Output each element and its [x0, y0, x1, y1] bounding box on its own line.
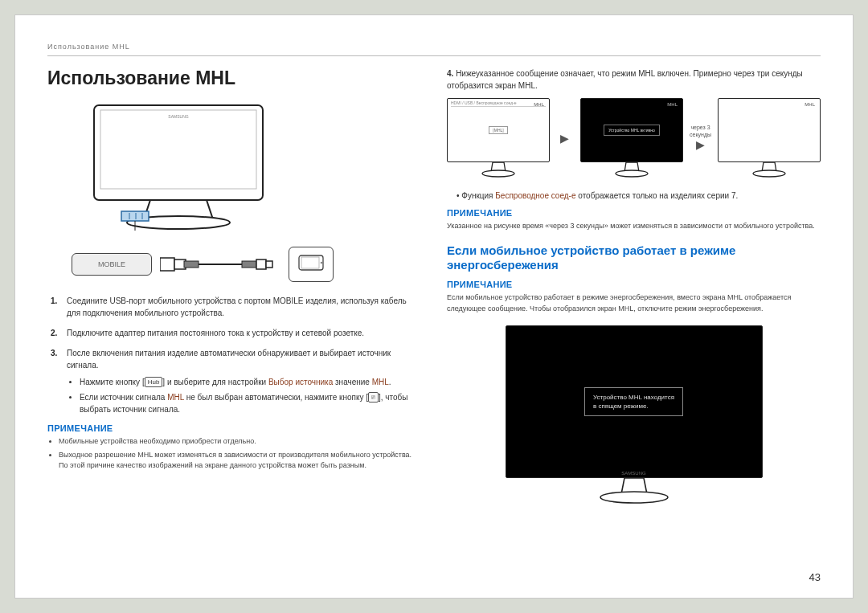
notice-body-r1: Указанное на рисунке время «через 3 секу… — [447, 221, 821, 232]
step-3-sub-1: Нажмите кнопку [Hub] и выберите для наст… — [80, 376, 421, 388]
step-4-text: Нижеуказанное сообщение означает, что ре… — [447, 69, 803, 90]
mini-screen1-pill: [MHL] — [489, 126, 507, 134]
svg-text:SAMSUNG: SAMSUNG — [168, 114, 188, 119]
right-column: 4. Нижеуказанное сообщение означает, что… — [447, 67, 821, 505]
svg-rect-9 — [160, 258, 174, 271]
notice-label-left: Примечание — [47, 423, 421, 433]
mini-stand-3 — [749, 162, 789, 178]
svg-point-20 — [616, 170, 648, 177]
arrow-right-icon: ▶ — [556, 132, 574, 145]
arrow-label: через 3 секунды — [690, 125, 711, 137]
big-screen-msg: Устройство MHL находится в спящем режиме… — [584, 387, 683, 416]
step-4: 4. Нижеуказанное сообщение означает, что… — [447, 67, 821, 92]
page-title: Использование MHL — [47, 67, 421, 89]
svg-rect-17 — [301, 257, 319, 268]
step-2: Подключите адаптер питания постоянного т… — [47, 327, 421, 339]
svg-point-21 — [753, 170, 785, 177]
svg-rect-14 — [256, 260, 266, 269]
cable-icon — [160, 251, 280, 277]
mini-screen1-topbar: HDMI / USB / Беспроводное соед-е — [451, 100, 546, 107]
arrow-gap-2: через 3 секунды ▶ — [690, 125, 711, 152]
mini-screen1-corner: MHL — [534, 102, 544, 107]
mini-screen3-corner: MHL — [805, 102, 815, 107]
mini-stand-2 — [612, 162, 652, 178]
monitor-diagram: SAMSUNG — [72, 102, 313, 231]
step-1: Соедините USB-порт мобильного устройства… — [47, 295, 421, 319]
svg-rect-15 — [266, 261, 272, 268]
notice-left-item-2: Выходное разрешение MHL может изменяться… — [59, 450, 421, 472]
svg-rect-4 — [121, 211, 149, 221]
monitor-triplet: HDMI / USB / Беспроводное соед-е MHL [MH… — [447, 98, 821, 178]
bullet-wireless: Функция Беспроводное соед-е отображается… — [457, 190, 821, 202]
big-screen: Устройство MHL находится в спящем режиме… — [506, 325, 763, 478]
source-button-icon: ⎚ — [368, 392, 379, 403]
step-3-sub-2: Если источник сигнала MHL не был выбран … — [80, 391, 421, 415]
notice-body-left: Мобильные устройства необходимо приобрес… — [47, 436, 421, 472]
arrow-gap-1: ▶ — [556, 132, 574, 145]
big-stand-icon — [594, 478, 674, 505]
page-number: 43 — [809, 571, 821, 583]
steps-list: Соедините USB-порт мобильного устройства… — [47, 295, 421, 415]
two-column-layout: Использование MHL SAMSUNG MOBILE — [47, 67, 821, 505]
svg-point-19 — [482, 170, 514, 177]
svg-rect-1 — [100, 110, 256, 189]
mini-stand-1 — [478, 162, 518, 178]
mini-monitor-1: HDMI / USB / Беспроводное соед-е MHL [MH… — [447, 98, 550, 178]
svg-point-22 — [600, 492, 668, 503]
left-column: Использование MHL SAMSUNG MOBILE — [47, 67, 421, 505]
mini-screen2-msg: Устройство MHL активно — [604, 125, 660, 136]
breadcrumb: Использование MHL — [47, 43, 821, 56]
step-3: После включения питания изделие автомати… — [47, 347, 421, 415]
svg-rect-13 — [242, 261, 256, 268]
notice-label-r1: Примечание — [447, 208, 821, 218]
mobile-device-box — [289, 247, 334, 282]
svg-rect-11 — [184, 261, 199, 268]
step-3-intro: После включения питания изделие автомати… — [67, 349, 391, 370]
mobile-port-box: MOBILE — [72, 253, 152, 276]
notice-left-item-1: Мобильные устройства необходимо приобрес… — [59, 436, 421, 447]
notice-label-r2: Примечание — [447, 280, 821, 289]
section-heading-energy: Если мобильное устройство работает в реж… — [447, 243, 821, 274]
svg-point-18 — [321, 262, 323, 264]
mini-monitor-2: MHL Устройство MHL активно — [580, 98, 683, 178]
phone-icon — [297, 254, 325, 275]
big-monitor: Устройство MHL находится в спящем режиме… — [447, 325, 821, 505]
mini-monitor-3: MHL — [718, 98, 821, 178]
mini-screen2-corner: MHL — [667, 102, 678, 107]
big-screen-brand: SAMSUNG — [621, 471, 645, 476]
hub-button-icon: Hub — [145, 377, 163, 387]
cable-row: MOBILE — [72, 247, 421, 282]
notice-body-r2: Если мобильное устройство работает в реж… — [447, 292, 821, 314]
step-4-num: 4. — [447, 69, 453, 78]
document-page: Использование MHL Использование MHL SAMS… — [14, 14, 854, 599]
arrow-right-icon: ▶ — [690, 138, 711, 152]
